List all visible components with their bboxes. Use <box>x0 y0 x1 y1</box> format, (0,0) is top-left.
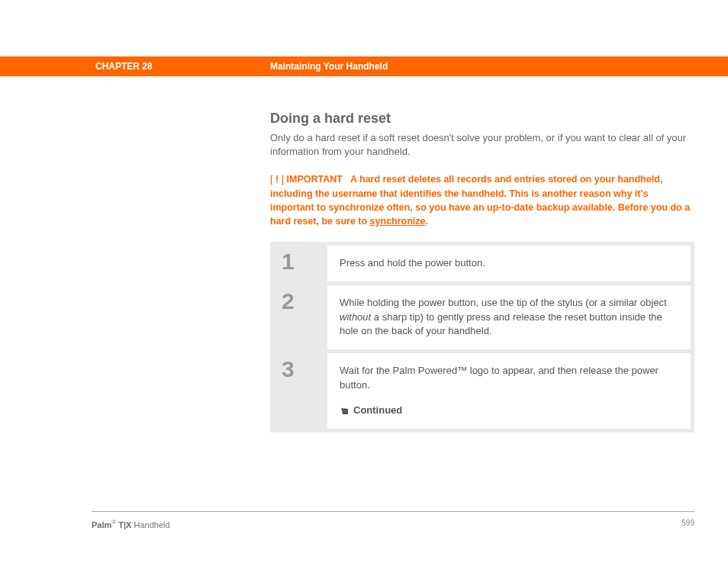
step-number-cell: 1 <box>274 246 327 282</box>
page-number: 599 <box>681 519 694 527</box>
step-number-cell: 3 <box>274 353 327 429</box>
footer-brand: Palm <box>92 520 111 529</box>
step-text: While holding the power button, use the … <box>327 285 691 350</box>
step-text: Press and hold the power button. <box>327 246 691 282</box>
important-text-tail: . <box>426 216 428 227</box>
important-callout: [ ! ] IMPORTANT A hard reset deletes all… <box>270 172 694 228</box>
step-number: 3 <box>282 358 295 381</box>
synchronize-link[interactable]: synchronize <box>370 216 426 227</box>
footer-rule <box>92 511 694 512</box>
step-number-cell: 2 <box>274 285 327 350</box>
continued-label: Continued <box>353 404 402 418</box>
footer-model: T|X <box>116 520 131 529</box>
intro-text: Only do a hard reset if a soft reset doe… <box>270 131 694 159</box>
page: CHAPTER 28 Maintaining Your Handheld Doi… <box>0 0 728 563</box>
step-row: 3 Wait for the Palm Powered™ logo to app… <box>274 353 691 429</box>
bracket-close: ] <box>282 174 284 185</box>
exclamation-icon: ! <box>272 174 281 185</box>
step-text: Wait for the Palm Powered™ logo to appea… <box>327 353 691 429</box>
steps-container: 1 Press and hold the power button. 2 Whi… <box>270 242 694 433</box>
chapter-label: CHAPTER 28 <box>95 56 153 76</box>
header-bar: CHAPTER 28 Maintaining Your Handheld <box>0 56 728 76</box>
header-title: Maintaining Your Handheld <box>270 56 388 76</box>
important-label: IMPORTANT <box>287 174 343 185</box>
footer-product: Palm® T|X Handheld <box>92 519 170 529</box>
footer-product-word: Handheld <box>131 520 169 529</box>
step-row: 2 While holding the power button, use th… <box>274 285 691 350</box>
section-title: Doing a hard reset <box>270 111 694 127</box>
content-area: Doing a hard reset Only do a hard reset … <box>270 111 694 433</box>
step-row: 1 Press and hold the power button. <box>274 246 691 282</box>
arrow-down-right-icon <box>340 406 349 415</box>
step-number: 2 <box>282 290 295 313</box>
step-number: 1 <box>282 250 295 273</box>
continued-row: Continued <box>340 404 678 418</box>
